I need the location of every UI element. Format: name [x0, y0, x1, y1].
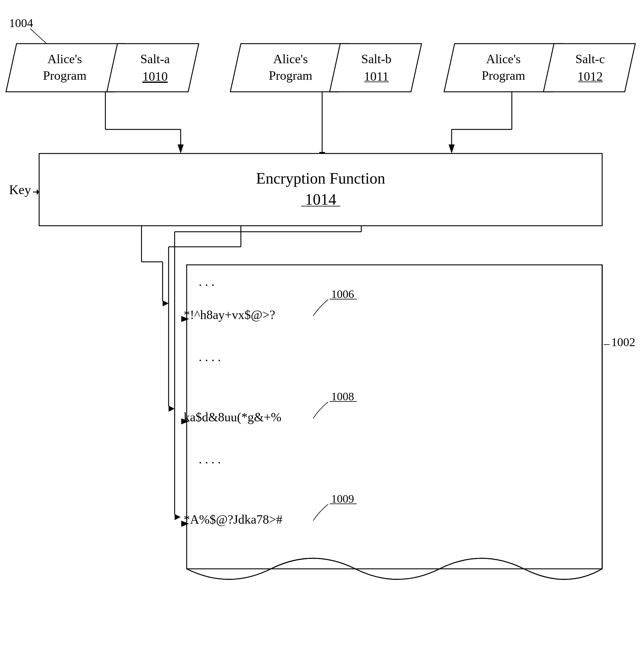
diagram-container: 1004 Alice's Program Salt-a 1010 Alice's… — [0, 0, 644, 654]
ref-1006: 1006 — [331, 288, 354, 300]
ref-1009: 1009 — [331, 492, 354, 505]
svg-marker-27 — [163, 300, 168, 306]
svg-line-0 — [30, 29, 47, 44]
entry-1-text: *!^h8ay+vx$@>? — [184, 308, 275, 322]
alice-program-right: Alice's — [486, 52, 521, 66]
svg-marker-1 — [6, 44, 125, 92]
salt-b-label: Salt-b — [361, 52, 391, 66]
entry-2-text: ka$d&8uu(*g&+% — [184, 410, 281, 424]
salt-c-id: 1012 — [577, 70, 603, 84]
alice-program-center-2: Program — [269, 69, 313, 83]
svg-marker-8 — [544, 44, 635, 92]
dots-2: . . . . — [199, 350, 221, 364]
svg-marker-5 — [330, 44, 421, 92]
svg-marker-31 — [168, 406, 175, 412]
alice-program-left: Alice's — [48, 52, 82, 66]
alice-program-left-2: Program — [43, 69, 87, 83]
main-diagram-svg: 1004 Alice's Program Salt-a 1010 Alice's… — [0, 0, 644, 654]
svg-marker-2 — [107, 44, 199, 92]
salt-b-id: 1011 — [364, 70, 389, 84]
ref-label-1004: 1004 — [9, 16, 33, 30]
salt-a-label: Salt-a — [140, 52, 170, 66]
svg-rect-20 — [39, 154, 602, 226]
entry-3-text: *A%$@?Jdka78># — [184, 513, 282, 527]
dots-1: . . . — [199, 275, 215, 289]
encryption-function-label: Encryption Function — [256, 170, 385, 187]
encryption-function-id: 1014 — [305, 191, 336, 208]
ref-1008: 1008 — [331, 390, 354, 403]
alice-program-right-2: Program — [482, 69, 525, 83]
salt-c-label: Salt-c — [575, 52, 605, 66]
key-label: Key — [9, 182, 31, 197]
svg-marker-35 — [175, 514, 181, 520]
dots-3: . . . . — [199, 452, 221, 466]
db-ref-1002: 1002 — [611, 335, 635, 349]
salt-a-id: 1010 — [142, 70, 168, 84]
alice-program-center: Alice's — [273, 52, 308, 66]
svg-marker-13 — [178, 144, 184, 154]
svg-marker-19 — [448, 144, 455, 154]
